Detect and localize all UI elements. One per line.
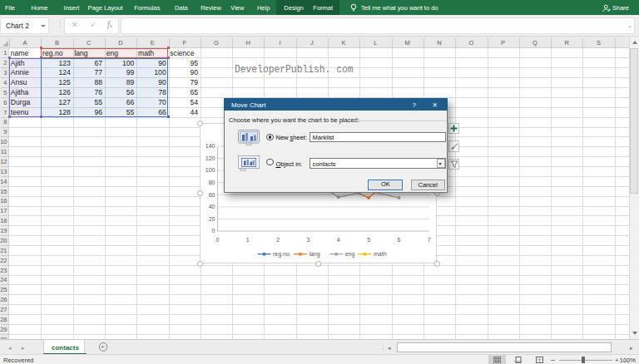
svg-text:60: 60: [209, 192, 215, 198]
svg-text:7: 7: [428, 237, 431, 243]
svg-text:eng: eng: [345, 251, 355, 258]
svg-text:4: 4: [337, 237, 340, 243]
svg-text:6: 6: [398, 237, 401, 243]
svg-text:40: 40: [209, 204, 215, 210]
svg-text:reg.no: reg.no: [273, 251, 290, 258]
svg-text:0: 0: [212, 229, 215, 234]
svg-text:100: 100: [206, 168, 215, 174]
svg-text:3: 3: [307, 237, 310, 243]
svg-text:140: 140: [206, 144, 215, 150]
svg-text:math: math: [374, 251, 387, 257]
svg-text:1: 1: [246, 237, 250, 243]
svg-text:0: 0: [216, 237, 220, 243]
svg-text:2: 2: [276, 237, 280, 243]
svg-text:20: 20: [209, 216, 215, 222]
svg-text:lang: lang: [309, 251, 320, 258]
svg-text:80: 80: [209, 180, 215, 185]
svg-text:5: 5: [367, 237, 370, 243]
svg-text:120: 120: [206, 155, 215, 161]
